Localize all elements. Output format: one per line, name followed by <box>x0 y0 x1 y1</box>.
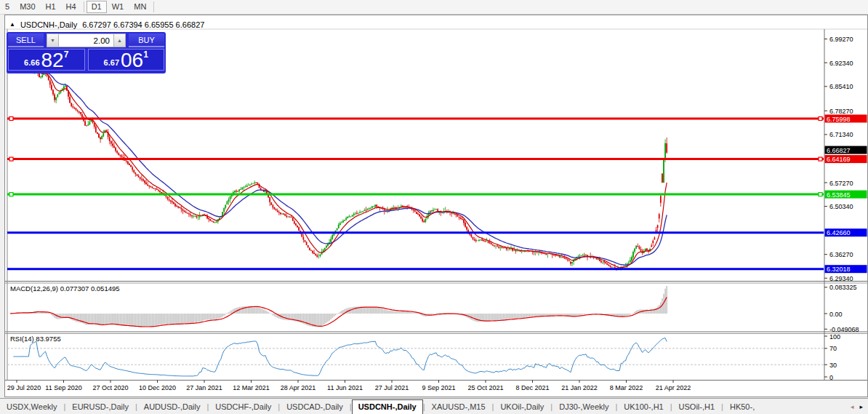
chart-tab-usdcad-daily[interactable]: USDCAD-,Daily <box>280 400 350 413</box>
svg-text:25 Oct 2021: 25 Oct 2021 <box>467 384 503 391</box>
level-handle-icon[interactable] <box>819 117 822 121</box>
one-click-trade-panel: SELL ▼ 2.00 ▲ BUY 6.66 82 7 6.67 06 1 <box>7 32 166 73</box>
svg-text:6.50340: 6.50340 <box>829 203 853 210</box>
tab-scroll-right-icon[interactable]: ▸ <box>859 403 863 410</box>
svg-text:29 Jul 2020: 29 Jul 2020 <box>7 384 41 391</box>
timeframe-button-M30[interactable]: M30 <box>15 1 40 13</box>
toolbar-separator <box>84 1 84 12</box>
chart-tab-bar: USDX,Weekly|EURUSD-,Daily|AUDUSD-,Daily|… <box>0 398 868 414</box>
svg-text:0.083325: 0.083325 <box>829 284 857 291</box>
buy-price-box[interactable]: 6.67 06 1 <box>88 49 165 71</box>
buy-price-prefix: 6.67 <box>104 57 119 69</box>
level-handle-icon[interactable] <box>9 157 13 161</box>
svg-text:6.32018: 6.32018 <box>827 266 851 273</box>
svg-text:21 Apr 2022: 21 Apr 2022 <box>656 384 691 391</box>
macd-signal-line <box>10 298 667 327</box>
svg-text:6.36270: 6.36270 <box>829 251 853 258</box>
rsi-line <box>13 338 667 376</box>
chart-tab-usoil-h1[interactable]: USOil-,H1 <box>672 400 722 413</box>
chart-tab-usdx-weekly[interactable]: USDX,Weekly <box>0 400 63 413</box>
ohlc-values: 6.67297 6.67394 6.65955 6.66827 <box>82 20 204 29</box>
svg-text:12 Mar 2021: 12 Mar 2021 <box>233 384 270 391</box>
svg-text:11 Sep 2020: 11 Sep 2020 <box>45 384 81 391</box>
svg-text:6.85410: 6.85410 <box>829 83 853 90</box>
svg-text:6.78270: 6.78270 <box>829 108 853 115</box>
chart-tab-xauusd-m15[interactable]: XAUUSD-,M15 <box>425 400 492 413</box>
svg-text:27 Oct 2020: 27 Oct 2020 <box>92 384 128 391</box>
rsi-pane: 10070300 <box>13 333 840 381</box>
svg-text:6.75998: 6.75998 <box>827 116 851 123</box>
macd-indicator-label: MACD(12,26,9) 0.077307 0.051495 <box>10 284 120 292</box>
svg-text:21 Jan 2022: 21 Jan 2022 <box>561 384 598 391</box>
svg-text:100: 100 <box>829 333 840 341</box>
volume-increase-icon[interactable]: ▲ <box>113 33 126 47</box>
chart-tab-dj30-weekly[interactable]: DJ30-,Weekly <box>552 400 615 413</box>
svg-text:8 Mar 2022: 8 Mar 2022 <box>610 384 643 391</box>
timeframe-button-H4[interactable]: H4 <box>61 1 81 13</box>
svg-text:6.64169: 6.64169 <box>827 156 851 163</box>
svg-text:30: 30 <box>829 362 837 369</box>
collapse-chart-icon[interactable]: ▲ <box>9 21 15 28</box>
timeframe-button-H1[interactable]: H1 <box>41 1 61 13</box>
chart-window: 6.992706.923406.854106.782706.713406.572… <box>4 15 868 397</box>
level-handle-icon[interactable] <box>819 157 822 161</box>
symbol-period-label: USDCNH-,Daily <box>20 20 77 29</box>
svg-text:27 Jul 2021: 27 Jul 2021 <box>375 384 409 391</box>
level-handle-icon[interactable] <box>819 193 822 196</box>
chart-tab-hk50[interactable]: HK50-, <box>723 400 761 413</box>
timeframe-button-5[interactable]: 5 <box>0 1 15 13</box>
sell-price-sup: 7 <box>64 51 69 58</box>
svg-text:9 Sep 2021: 9 Sep 2021 <box>422 384 455 391</box>
svg-text:11 Jun 2021: 11 Jun 2021 <box>327 384 363 391</box>
svg-text:10 Dec 2020: 10 Dec 2020 <box>139 384 176 391</box>
level-handle-icon[interactable] <box>9 117 13 121</box>
sell-price-box[interactable]: 6.66 82 7 <box>8 49 85 71</box>
svg-text:70: 70 <box>829 345 837 352</box>
level-lines <box>7 117 824 269</box>
volume-decrease-icon[interactable]: ▼ <box>47 33 59 47</box>
svg-text:6.57270: 6.57270 <box>829 180 853 187</box>
chart-tab-usdcnh-daily[interactable]: USDCNH-,Daily <box>352 399 423 414</box>
price-axis: 6.992706.923406.854106.782706.713406.572… <box>824 36 867 282</box>
buy-price-sup: 1 <box>143 51 148 58</box>
ma-fast-line <box>33 71 667 268</box>
svg-text:28 Apr 2021: 28 Apr 2021 <box>281 384 316 391</box>
svg-text:6.71340: 6.71340 <box>829 131 853 138</box>
svg-text:6.66827: 6.66827 <box>827 147 851 154</box>
sell-price-prefix: 6.66 <box>24 57 39 69</box>
tab-scroll-left-icon[interactable]: ◂ <box>851 403 854 410</box>
svg-text:6.99270: 6.99270 <box>829 36 853 43</box>
svg-text:6.29340: 6.29340 <box>829 275 853 282</box>
sell-price-big: 82 <box>41 52 64 69</box>
svg-text:27 Jan 2021: 27 Jan 2021 <box>186 384 222 391</box>
chart-tab-audusd-daily[interactable]: AUDUSD-,Daily <box>137 400 207 413</box>
volume-input[interactable]: 2.00 <box>59 33 113 47</box>
trade-prices-row: 6.66 82 7 6.67 06 1 <box>8 49 164 71</box>
svg-text:8 Dec 2021: 8 Dec 2021 <box>515 384 549 391</box>
timeframe-button-D1[interactable]: D1 <box>87 1 107 13</box>
ma-slow-line <box>33 71 667 265</box>
candlesticks <box>33 66 667 271</box>
chart-tab-uk100-h1[interactable]: UK100-,H1 <box>617 400 670 413</box>
chart-tab-eurusd-daily[interactable]: EURUSD-,Daily <box>65 400 135 413</box>
svg-text:6.92340: 6.92340 <box>829 60 853 67</box>
timeframe-button-MN[interactable]: MN <box>129 1 151 13</box>
chart-tab-usdchf-daily[interactable]: USDCHF-,Daily <box>209 400 278 413</box>
timeframe-button-W1[interactable]: W1 <box>107 1 129 13</box>
macd-pane: 0.0833250.00-0.049068 <box>10 284 859 333</box>
chart-tab-ukoil-daily[interactable]: UKOil-,Daily <box>494 400 550 413</box>
buy-price-big: 06 <box>121 52 143 69</box>
timeframe-toolbar: 5M30H1H4D1W1MN <box>0 0 868 15</box>
buy-button[interactable]: BUY <box>129 33 164 47</box>
svg-text:6.42660: 6.42660 <box>827 229 851 236</box>
svg-text:0: 0 <box>829 374 833 381</box>
trade-controls-row: SELL ▼ 2.00 ▲ BUY <box>8 33 164 47</box>
svg-text:-0.049068: -0.049068 <box>829 326 859 333</box>
svg-text:0.00: 0.00 <box>829 311 843 318</box>
sell-button[interactable]: SELL <box>8 33 44 47</box>
level-handle-icon[interactable] <box>9 193 13 196</box>
svg-text:6.53845: 6.53845 <box>827 191 851 199</box>
date-axis: 29 Jul 202011 Sep 202027 Oct 202010 Dec … <box>7 381 691 392</box>
chart-header: ▲ USDCNH-,Daily 6.67297 6.67394 6.65955 … <box>9 20 204 29</box>
tab-scroll-arrows: ◂▸ <box>845 403 868 410</box>
